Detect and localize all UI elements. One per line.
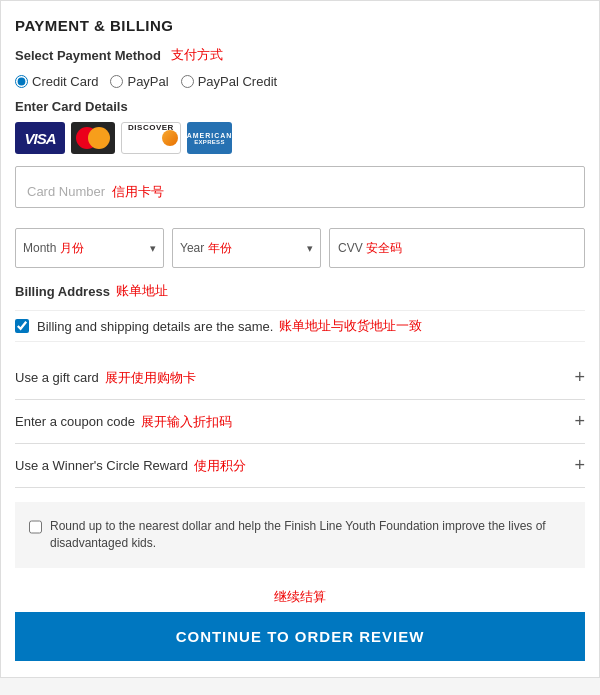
gift-card-label: Use a gift card [15,370,99,385]
paypal-option[interactable]: PayPal [110,74,168,89]
mc-orange-circle [88,127,110,149]
paypal-label: PayPal [127,74,168,89]
year-wrapper: 202420252026 202720282029 2030 Year 年份 ▾ [172,228,321,268]
continue-chinese-label: 继续结算 [15,578,585,612]
billing-address-chinese: 账单地址 [116,282,168,300]
cvv-inner: CVV 安全码 [329,228,585,268]
round-up-row: Round up to the nearest dollar and help … [29,518,571,552]
winners-circle-label: Use a Winner's Circle Reward [15,458,188,473]
year-select[interactable]: 202420252026 202720282029 2030 [172,228,321,268]
coupon-label: Enter a coupon code [15,414,135,429]
payment-method-chinese: 支付方式 [171,46,223,64]
card-fields-row: 010203 040506 070809 101112 Month 月份 ▾ 2… [15,228,585,268]
coupon-row[interactable]: Enter a coupon code 展开输入折扣码 + [15,400,585,444]
payment-options-row: Credit Card PayPal PayPal Credit [15,74,585,89]
gift-card-row[interactable]: Use a gift card 展开使用购物卡 + [15,356,585,400]
gift-card-chinese: 展开使用购物卡 [105,369,196,387]
billing-address-row: Billing Address 账单地址 [15,282,585,300]
credit-card-radio[interactable] [15,75,28,88]
discover-dot [162,130,178,146]
winners-circle-row[interactable]: Use a Winner's Circle Reward 使用积分 + [15,444,585,488]
same-as-shipping-checkbox[interactable] [15,319,29,333]
coupon-expand-icon: + [574,411,585,432]
card-number-wrapper: Card Number 信用卡号 [15,166,585,218]
visa-logo: VISA [15,122,65,154]
month-select[interactable]: 010203 040506 070809 101112 [15,228,164,268]
payment-method-row: Select Payment Method 支付方式 [15,46,585,64]
paypal-credit-label: PayPal Credit [198,74,277,89]
card-details-label: Enter Card Details [15,99,585,114]
round-up-text: Round up to the nearest dollar and help … [50,518,571,552]
cvv-label: CVV 安全码 [338,240,402,257]
mastercard-logo [71,122,115,154]
amex-logo: AMERICAN EXPRESS [187,122,232,154]
round-up-section: Round up to the nearest dollar and help … [15,502,585,568]
round-up-checkbox[interactable] [29,520,42,534]
card-number-input[interactable] [15,166,585,208]
cvv-wrapper: CVV 安全码 [329,228,585,268]
winners-circle-expand-icon: + [574,455,585,476]
discover-logo: DISCOVER [121,122,181,154]
same-as-shipping-chinese: 账单地址与收货地址一致 [279,317,422,335]
same-as-shipping-label: Billing and shipping details are the sam… [37,319,273,334]
continue-button[interactable]: CONTINUE TO ORDER REVIEW [15,612,585,661]
gift-card-expand-icon: + [574,367,585,388]
same-as-shipping-row: Billing and shipping details are the sam… [15,310,585,342]
card-logos: VISA DISCOVER AMERICAN EXPRESS [15,122,585,154]
paypal-credit-option[interactable]: PayPal Credit [181,74,277,89]
credit-card-label: Credit Card [32,74,98,89]
cvv-input[interactable] [408,241,576,256]
paypal-credit-radio[interactable] [181,75,194,88]
billing-address-label: Billing Address [15,284,110,299]
credit-card-option[interactable]: Credit Card [15,74,98,89]
paypal-radio[interactable] [110,75,123,88]
payment-method-label: Select Payment Method [15,48,161,63]
month-wrapper: 010203 040506 070809 101112 Month 月份 ▾ [15,228,164,268]
winners-circle-chinese: 使用积分 [194,457,246,475]
coupon-chinese: 展开输入折扣码 [141,413,232,431]
payment-billing-container: PAYMENT & BILLING Select Payment Method … [0,0,600,678]
page-title: PAYMENT & BILLING [15,17,585,34]
